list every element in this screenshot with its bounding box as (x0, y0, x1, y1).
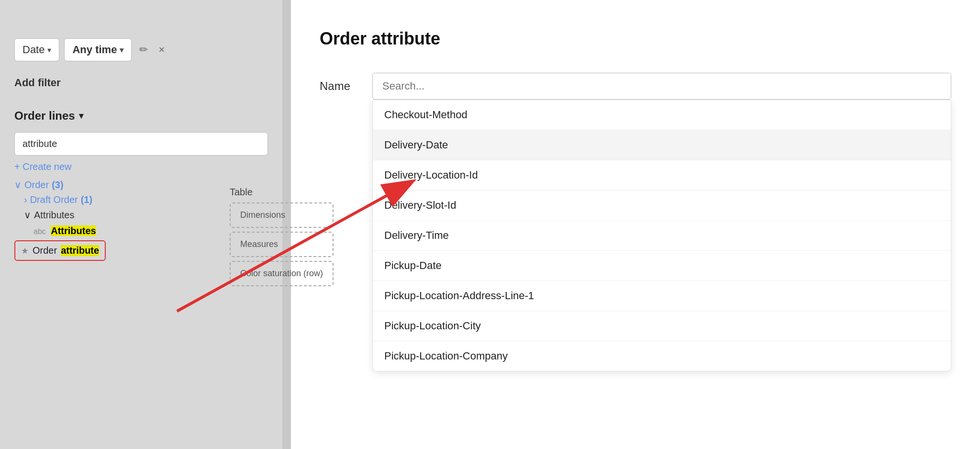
tree-order-chevron-icon: ∨ (14, 179, 22, 191)
add-filter-label: Add filter (14, 71, 268, 95)
date-chevron-icon: ▾ (47, 45, 51, 55)
dropdown-item-delivery-location-id[interactable]: Delivery-Location-Id (373, 160, 951, 191)
order-lines-chevron-icon: ▾ (79, 111, 83, 121)
filter-bar: Date ▾ Any time ▾ ✏ × (14, 38, 268, 61)
color-saturation-box: Color saturation (row) (230, 261, 334, 286)
tree-attributes-label: Attributes (34, 210, 74, 221)
dropdown-item-delivery-slot-id[interactable]: Delivery-Slot-Id (373, 191, 951, 221)
order-attribute-highlight: attribute (61, 245, 99, 256)
edit-button[interactable]: ✏ (136, 41, 151, 59)
dropdown-item-delivery-date[interactable]: Delivery-Date (373, 130, 951, 160)
order-attribute-prefix: Order (33, 245, 57, 256)
name-label: Name (320, 73, 358, 93)
close-button[interactable]: × (156, 41, 167, 59)
tree-draft-chevron-icon: › (24, 194, 27, 205)
tree-abc-label: abc (33, 227, 46, 236)
tree-draft-order-count: (1) (81, 194, 92, 205)
modal-title: Order attribute (320, 29, 951, 49)
date-label: Date (22, 44, 45, 56)
dropdown-item-pickup-location-company[interactable]: Pickup-Location-Company (373, 341, 951, 371)
table-label: Table (230, 187, 334, 198)
star-icon: ★ (21, 246, 29, 256)
attribute-name-search-input[interactable] (372, 73, 951, 100)
any-time-chevron-icon: ▾ (120, 45, 123, 55)
create-new-link[interactable]: + Create new (14, 161, 268, 172)
dropdown-item-checkout-method[interactable]: Checkout-Method (373, 100, 951, 130)
order-lines-section: Order lines ▾ (14, 109, 268, 123)
name-row: Name Checkout-Method Delivery-Date Deliv… (320, 73, 951, 371)
close-icon: × (158, 44, 165, 56)
tree-attributes-highlighted: Attributes (51, 225, 96, 236)
any-time-label: Any time (72, 44, 117, 56)
dimensions-box: Dimensions (230, 202, 334, 228)
attribute-search-input[interactable] (14, 132, 268, 156)
dropdown-item-delivery-time[interactable]: Delivery-Time (373, 221, 951, 251)
dropdown-item-pickup-location-city[interactable]: Pickup-Location-City (373, 311, 951, 341)
dropdown-item-pickup-date[interactable]: Pickup-Date (373, 251, 951, 281)
tree-attributes-chevron-icon: ∨ (24, 209, 31, 221)
table-area: Table Dimensions Measures Color saturati… (230, 187, 334, 290)
order-attribute-item[interactable]: ★ Order attribute (14, 240, 106, 261)
order-attribute-modal: Order attribute Name Checkout-Method Del… (291, 0, 980, 449)
tree-order-label: Order (24, 180, 49, 191)
tree-order-count: (3) (52, 180, 63, 191)
measures-box: Measures (230, 232, 334, 257)
name-content: Checkout-Method Delivery-Date Delivery-L… (372, 73, 951, 371)
date-filter-button[interactable]: Date ▾ (14, 38, 59, 61)
dropdown-item-pickup-location-address[interactable]: Pickup-Location-Address-Line-1 (373, 281, 951, 311)
edit-icon: ✏ (139, 44, 148, 56)
order-lines-label: Order lines (14, 109, 75, 123)
any-time-filter-button[interactable]: Any time ▾ (64, 38, 132, 61)
tree-draft-order-label: Draft Order (30, 194, 78, 205)
attribute-dropdown-list: Checkout-Method Delivery-Date Delivery-L… (372, 100, 951, 371)
